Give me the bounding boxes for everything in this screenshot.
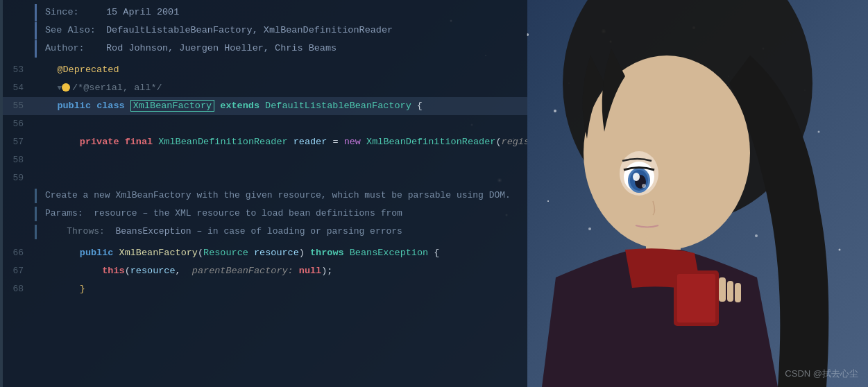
line-67: 67 this(resource, parentBeanFactory: nul… [0,262,527,280]
line-number-58: 58 [0,155,35,165]
line-58: 58 [0,151,527,169]
svg-rect-46 [677,274,715,322]
line-59-content [35,169,40,187]
svg-rect-49 [735,283,741,302]
tooltip-text-1: Create a new XmlBeanFactory with the giv… [45,190,511,200]
line-54-content: ▼/*@serial, all*/ [35,79,162,97]
line-57: 57 private final XmlBeanDefinitionReader… [0,133,527,151]
line-number-57: 57 [0,137,35,147]
line-56-content [35,115,40,133]
doc-since-line: Since: 15 April 2001 [0,4,527,22]
constructor-tooltip-block: Create a new XmlBeanFactory with the giv… [0,187,527,244]
line-53-content: @Deprecated [35,61,119,79]
line-number-55: 55 [0,101,35,111]
tooltip-line-3: Throws: BeansException – in case of load… [0,225,527,243]
line-59: 59 [0,169,527,187]
line-number-53: 53 [0,64,35,75]
line-56: 56 [0,115,527,133]
watermark: CSDN @拭去心尘 [785,368,858,380]
line-number-68: 68 [0,284,35,294]
author-value: Rod Johnson, Juergen Hoeller, Chris Beam… [106,42,337,56]
line-number-59: 59 [0,173,35,183]
svg-rect-48 [727,281,733,302]
code-panel: Since: 15 April 2001 See Also: DefaultLi… [0,0,527,387]
see-also-value: DefaultListableBeanFactory, XmlBeanDefin… [106,24,393,38]
tooltip-line-1: Create a new XmlBeanFactory with the giv… [0,189,527,207]
since-label: Since: [45,6,101,20]
doc-see-also-line: See Also: DefaultListableBeanFactory, Xm… [0,22,527,40]
tooltip-text-2: Params: resource – the XML resource to l… [45,208,402,218]
line-66-content: public XmlBeanFactory(Resource resource)… [35,244,439,262]
line-number-66: 66 [0,248,35,258]
line-66: 66 public XmlBeanFactory(Resource resour… [0,244,527,262]
tooltip-line-2: Params: resource – the XML resource to l… [0,207,527,225]
since-value: 15 April 2001 [106,6,179,20]
line-55-content: public class XmlBeanFactory extends Defa… [35,97,423,115]
line-68-content: } [35,280,85,298]
tooltip-text-3: Throws: BeansException – in case of load… [45,226,402,237]
code-lines: Since: 15 April 2001 See Also: DefaultLi… [0,0,527,298]
doc-comment-block: Since: 15 April 2001 See Also: DefaultLi… [0,0,527,61]
svg-point-43 [633,173,640,181]
line-68: 68 } [0,280,527,298]
line-54: 54 ▼/*@serial, all*/ [0,79,527,97]
line-57-content: private final XmlBeanDefinitionReader re… [35,133,527,151]
doc-author-line: Author: Rod Johnson, Juergen Hoeller, Ch… [0,40,527,58]
line-67-content: this(resource, parentBeanFactory: null); [35,262,332,280]
line-number-54: 54 [0,83,35,93]
see-also-label: See Also: [45,24,101,38]
line-58-content [35,151,40,169]
svg-point-44 [642,184,646,188]
author-label: Author: [45,42,101,56]
left-border [0,0,3,387]
line-number-67: 67 [0,266,35,276]
svg-rect-47 [719,277,726,302]
line-53: 53 @Deprecated [0,61,527,79]
line-55: 55 public class XmlBeanFactory extends D… [0,97,527,115]
line-number-56: 56 [0,119,35,129]
